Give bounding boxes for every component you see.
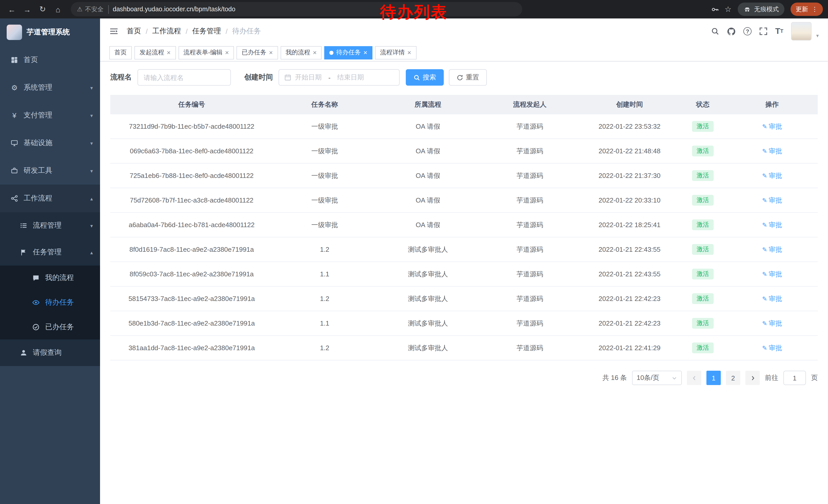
tab-label: 发起流程 bbox=[139, 48, 164, 57]
view-tab[interactable]: 流程详情 × bbox=[375, 46, 416, 59]
task-name-cell: 一级审批 bbox=[273, 196, 376, 205]
approve-link[interactable]: ✎ 审批 bbox=[762, 269, 782, 279]
status-cell: 激活 bbox=[679, 219, 727, 230]
forward-icon[interactable]: → bbox=[20, 3, 34, 16]
view-tab[interactable]: 发起流程 × bbox=[134, 46, 176, 59]
edit-icon: ✎ bbox=[762, 147, 767, 154]
created-time-cell: 2022-01-22 20:33:10 bbox=[580, 196, 679, 204]
page-number-button[interactable]: 1 bbox=[706, 371, 721, 385]
edit-icon: ✎ bbox=[762, 246, 767, 253]
view-tab[interactable]: 我的流程 × bbox=[281, 46, 322, 59]
help-icon[interactable]: ? bbox=[743, 27, 752, 35]
sidebar-item-task-manage[interactable]: 任务管理 ▴ bbox=[0, 239, 100, 266]
approve-link[interactable]: ✎ 审批 bbox=[762, 196, 782, 205]
goto-page-input[interactable] bbox=[783, 371, 806, 385]
site-security-label[interactable]: ⚠ 不安全 bbox=[77, 5, 109, 13]
table-row: 580e1b3d-7ac8-11ec-a9e2-a2380e71991a 1.1… bbox=[110, 311, 818, 336]
initiator-cell: 芋道源码 bbox=[480, 294, 580, 303]
fullscreen-icon[interactable] bbox=[759, 27, 768, 35]
sidebar-item-my-process[interactable]: 我的流程 bbox=[0, 266, 100, 290]
chrome-actions: ☆ 无痕模式 更新 ⋮ bbox=[711, 3, 823, 16]
view-tab[interactable]: 待办任务 × bbox=[325, 46, 372, 59]
process-cell: OA 请假 bbox=[376, 196, 480, 205]
approve-link[interactable]: ✎ 审批 bbox=[762, 294, 782, 303]
sidebar-item-workflow[interactable]: 工作流程 ▴ bbox=[0, 185, 100, 212]
table-row: 381aa1dd-7ac8-11ec-a9e2-a2380e71991a 1.2… bbox=[110, 336, 818, 360]
key-icon[interactable] bbox=[711, 5, 718, 13]
column-header-actions: 操作 bbox=[727, 100, 818, 109]
page-number-button[interactable]: 2 bbox=[726, 371, 740, 385]
back-icon[interactable]: ← bbox=[5, 3, 18, 16]
approve-link[interactable]: ✎ 审批 bbox=[762, 122, 782, 131]
approve-link[interactable]: ✎ 审批 bbox=[762, 171, 782, 180]
close-icon[interactable]: × bbox=[407, 49, 411, 56]
edit-icon: ✎ bbox=[762, 172, 767, 179]
view-tab[interactable]: 已办任务 × bbox=[237, 46, 278, 59]
update-button[interactable]: 更新 ⋮ bbox=[791, 3, 823, 16]
tab-label: 首页 bbox=[114, 48, 127, 57]
sidebar-item-home[interactable]: 首页 bbox=[0, 46, 100, 74]
view-tab[interactable]: 流程表单-编辑 × bbox=[178, 46, 234, 59]
breadcrumb-item[interactable]: 任务管理 bbox=[192, 27, 221, 36]
close-icon[interactable]: × bbox=[313, 49, 317, 56]
actions-cell: ✎ 审批 bbox=[727, 294, 818, 303]
task-id-cell: a6aba0a4-7b6d-11ec-b781-acde48001122 bbox=[110, 221, 273, 229]
browser-chrome: ← → ↻ ⌂ ⚠ 不安全 dashboard.yudao.iocoder.cn… bbox=[0, 0, 828, 18]
task-id-cell: 381aa1dd-7ac8-11ec-a9e2-a2380e71991a bbox=[110, 344, 273, 352]
table-row: 8f0d1619-7ac8-11ec-a9e2-a2380e71991a 1.2… bbox=[110, 237, 818, 262]
close-icon[interactable]: × bbox=[225, 49, 229, 56]
goto-unit-label: 页 bbox=[811, 373, 818, 382]
reset-button[interactable]: 重置 bbox=[449, 69, 487, 86]
approve-link[interactable]: ✎ 审批 bbox=[762, 220, 782, 229]
approve-link[interactable]: ✎ 审批 bbox=[762, 245, 782, 254]
github-icon[interactable] bbox=[727, 27, 736, 36]
reload-icon[interactable]: ↻ bbox=[36, 3, 49, 16]
approve-link[interactable]: ✎ 审批 bbox=[762, 343, 782, 353]
avatar[interactable] bbox=[791, 22, 812, 41]
sidebar-item-process-manage[interactable]: 流程管理 ▾ bbox=[0, 212, 100, 239]
star-icon[interactable]: ☆ bbox=[724, 5, 732, 14]
initiator-cell: 芋道源码 bbox=[480, 196, 580, 205]
collapse-sidebar-icon[interactable] bbox=[109, 27, 119, 36]
close-icon[interactable]: × bbox=[167, 49, 171, 56]
font-size-icon[interactable]: TT bbox=[775, 27, 783, 35]
search-button[interactable]: 搜索 bbox=[406, 69, 444, 86]
process-name-input[interactable] bbox=[137, 69, 231, 86]
close-icon[interactable]: × bbox=[269, 49, 273, 56]
breadcrumb-item[interactable]: 工作流程 bbox=[152, 27, 181, 36]
sidebar-item-system[interactable]: ⚙ 系统管理 ▾ bbox=[0, 74, 100, 101]
search-icon[interactable] bbox=[711, 27, 719, 35]
prev-page-button[interactable] bbox=[687, 371, 701, 385]
approve-link[interactable]: ✎ 审批 bbox=[762, 319, 782, 328]
actions-cell: ✎ 审批 bbox=[727, 319, 818, 328]
sidebar-item-leave-query[interactable]: 请假查询 bbox=[0, 339, 100, 366]
close-icon[interactable]: × bbox=[364, 49, 367, 56]
sidebar-item-payment[interactable]: ¥ 支付管理 ▾ bbox=[0, 101, 100, 129]
update-label: 更新 bbox=[796, 5, 808, 13]
eye-icon bbox=[32, 299, 40, 306]
reset-button-label: 重置 bbox=[466, 73, 479, 82]
date-range-picker[interactable]: 开始日期 - 结束日期 bbox=[279, 69, 400, 86]
tab-label: 我的流程 bbox=[286, 48, 310, 57]
process-cell: OA 请假 bbox=[376, 122, 480, 131]
page-size-select[interactable]: 10条/页 bbox=[632, 371, 682, 385]
task-name-cell: 一级审批 bbox=[273, 122, 376, 131]
chevron-left-icon bbox=[691, 375, 697, 381]
sidebar-item-done-tasks[interactable]: 已办任务 bbox=[0, 315, 100, 339]
breadcrumb-separator: / bbox=[226, 27, 228, 35]
task-name-cell: 1.1 bbox=[273, 270, 376, 278]
app-logo[interactable]: 芋道管理系统 bbox=[0, 18, 100, 46]
sidebar-item-infrastructure[interactable]: 基础设施 ▾ bbox=[0, 129, 100, 157]
breadcrumb-item[interactable]: 首页 bbox=[127, 27, 141, 36]
task-id-cell: 8f059c03-7ac8-11ec-a9e2-a2380e71991a bbox=[110, 270, 273, 278]
view-tab[interactable]: 首页 bbox=[109, 46, 132, 59]
flag-icon bbox=[19, 249, 28, 256]
logo-avatar bbox=[7, 25, 22, 40]
address-bar[interactable]: ⚠ 不安全 dashboard.yudao.iocoder.cn/bpm/tas… bbox=[71, 2, 522, 16]
next-page-button[interactable] bbox=[745, 371, 760, 385]
home-icon[interactable]: ⌂ bbox=[51, 3, 65, 16]
approve-link[interactable]: ✎ 审批 bbox=[762, 146, 782, 155]
sidebar-item-devtools[interactable]: 研发工具 ▾ bbox=[0, 157, 100, 185]
sidebar: 芋道管理系统 首页 ⚙ 系统管理 ▾ ¥ 支付管理 ▾ bbox=[0, 18, 100, 504]
sidebar-item-todo-tasks[interactable]: 待办任务 bbox=[0, 290, 100, 315]
